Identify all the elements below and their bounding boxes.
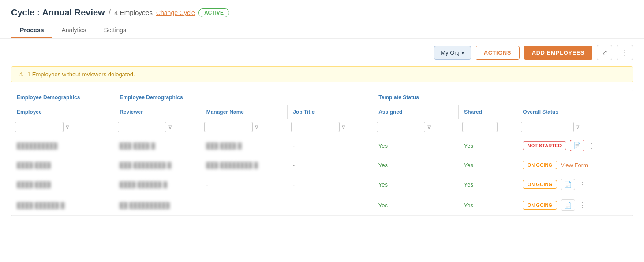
group-header-row: Employee Demographics Employee Demograph… <box>11 90 633 105</box>
warning-message: 1 Employees without reviewers delegated. <box>27 71 135 78</box>
filter-reviewer: ⊽ <box>114 119 201 135</box>
cell-assigned-1: Yes <box>373 135 459 156</box>
col-job-title: Job Title <box>288 105 373 119</box>
cell-job-title-1: - <box>288 135 373 156</box>
row-more-icon-1[interactable]: ⋮ <box>588 142 595 150</box>
filter-job-title: ⊽ <box>288 119 373 135</box>
employee-count: 4 Employees <box>114 9 153 16</box>
filter-assigned: ⊽ <box>373 119 459 135</box>
filter-reviewer-icon[interactable]: ⊽ <box>168 124 172 131</box>
status-badge-ongoing-4: ON GOING <box>523 201 557 210</box>
col-shared: Shared <box>459 105 517 119</box>
filter-assigned-icon[interactable]: ⊽ <box>427 124 431 131</box>
cell-shared-2: Yes <box>459 156 517 174</box>
filter-overall-status-input[interactable] <box>521 122 574 132</box>
row-more-icon-4[interactable]: ⋮ <box>579 201 586 210</box>
my-org-label: My Org <box>441 49 460 56</box>
toolbar: My Org ▾ ACTIONS ADD EMPLOYEES ⤢ ⋮ <box>0 39 644 66</box>
cell-reviewer-2: ███ ████████ █ <box>114 156 201 174</box>
cell-overall-1: NOT STARTED 📄 ⋮ <box>517 135 633 156</box>
cell-manager-1: ███ ████ █ <box>201 135 287 156</box>
filter-row: ⊽ ⊽ ⊽ <box>11 119 633 135</box>
data-table-wrap: Employee Demographics Employee Demograph… <box>11 90 633 216</box>
col-overall-status: Overall Status <box>517 105 633 119</box>
col-reviewer: Reviewer <box>114 105 201 119</box>
filter-employee-icon[interactable]: ⊽ <box>65 124 70 131</box>
document-icon-3: 📄 <box>564 181 572 188</box>
warning-icon: ⚠ <box>19 71 24 78</box>
actions-button[interactable]: ACTIONS <box>476 46 520 60</box>
filter-assigned-input[interactable] <box>377 122 425 132</box>
change-cycle-link[interactable]: Change Cycle <box>156 9 195 16</box>
add-employees-button[interactable]: ADD EMPLOYEES <box>524 46 592 60</box>
cell-assigned-4: Yes <box>373 195 459 216</box>
cell-employee-4: ████ ██████ █ <box>11 195 114 216</box>
filter-job-title-icon[interactable]: ⊽ <box>341 124 346 131</box>
expand-button[interactable]: ⤢ <box>597 45 612 60</box>
cell-manager-3: - <box>201 174 287 195</box>
cell-manager-4: - <box>201 195 287 216</box>
filter-manager-icon[interactable]: ⊽ <box>255 124 259 131</box>
tabs-container: Process Analytics Settings <box>11 23 633 38</box>
filter-shared-input[interactable] <box>462 122 498 132</box>
title-row: Cycle : Annual Review / 4 Employees Chan… <box>11 7 633 18</box>
cell-overall-2: ON GOING View Form <box>517 156 633 174</box>
document-icon-4: 📄 <box>564 202 572 209</box>
filter-employee-input[interactable] <box>15 122 64 132</box>
cell-employee-2: ████ ████ <box>11 156 114 174</box>
cell-reviewer-4: ██ ██████████ <box>114 195 201 216</box>
filter-reviewer-input[interactable] <box>118 122 166 132</box>
doc-form-button-4[interactable]: 📄 <box>561 199 575 211</box>
cell-job-title-4: - <box>288 195 373 216</box>
status-badge-not-started: NOT STARTED <box>523 141 566 150</box>
filter-shared <box>459 119 517 135</box>
doc-form-button-1[interactable]: 📄 <box>570 140 584 151</box>
group-emp-demo-2: Employee Demographics <box>114 90 373 105</box>
main-page: Cycle : Annual Review / 4 Employees Chan… <box>0 0 644 262</box>
page-title: Cycle : Annual Review <box>11 7 105 18</box>
more-options-button[interactable]: ⋮ <box>617 45 633 60</box>
row-more-icon-3[interactable]: ⋮ <box>579 180 586 189</box>
status-badge-ongoing-2: ON GOING <box>523 161 557 169</box>
col-assigned: Assigned <box>373 105 459 119</box>
cell-shared-3: Yes <box>459 174 517 195</box>
col-manager: Manager Name <box>201 105 287 119</box>
more-icon: ⋮ <box>622 49 628 56</box>
cell-employee-1: ██████████ <box>11 135 114 156</box>
view-form-link-2[interactable]: View Form <box>561 162 588 168</box>
my-org-button[interactable]: My Org ▾ <box>434 46 471 60</box>
cell-employee-3: ████ ████ <box>11 174 114 195</box>
table-row: ████ ████ ████ ██████ █ - - Yes Yes ON G… <box>11 174 633 195</box>
cell-job-title-2: - <box>288 156 373 174</box>
filter-job-title-input[interactable] <box>291 122 340 132</box>
cell-assigned-3: Yes <box>373 174 459 195</box>
tab-settings[interactable]: Settings <box>95 23 135 38</box>
cell-shared-4: Yes <box>459 195 517 216</box>
cell-reviewer-3: ████ ██████ █ <box>114 174 201 195</box>
filter-manager: ⊽ <box>201 119 287 135</box>
doc-form-button-3[interactable]: 📄 <box>561 179 575 190</box>
table-row: ██████████ ███ ████ █ ███ ████ █ - Yes Y… <box>11 135 633 156</box>
active-badge: ACTIVE <box>198 8 229 17</box>
tab-process[interactable]: Process <box>11 23 52 38</box>
cell-job-title-3: - <box>288 174 373 195</box>
header: Cycle : Annual Review / 4 Employees Chan… <box>0 0 644 39</box>
cell-assigned-2: Yes <box>373 156 459 174</box>
filter-overall-status-icon[interactable]: ⊽ <box>576 124 580 131</box>
table-row: ████ ██████ █ ██ ██████████ - - Yes Yes … <box>11 195 633 216</box>
group-template-status: Template Status <box>373 90 517 105</box>
col-employee: Employee <box>11 105 114 119</box>
cell-manager-2: ███ ████████ █ <box>201 156 287 174</box>
filter-employee: ⊽ <box>11 119 114 135</box>
cell-shared-1: Yes <box>459 135 517 156</box>
warning-bar: ⚠ 1 Employees without reviewers delegate… <box>11 66 633 82</box>
tab-analytics[interactable]: Analytics <box>52 23 95 38</box>
title-separator: / <box>109 7 111 18</box>
filter-overall-status: ⊽ <box>517 119 633 135</box>
expand-icon: ⤢ <box>602 49 607 56</box>
cell-reviewer-1: ███ ████ █ <box>114 135 201 156</box>
document-icon: 📄 <box>573 142 581 149</box>
group-emp-demo-1: Employee Demographics <box>11 90 114 105</box>
data-table: Employee Demographics Employee Demograph… <box>11 90 633 216</box>
filter-manager-input[interactable] <box>204 122 253 132</box>
